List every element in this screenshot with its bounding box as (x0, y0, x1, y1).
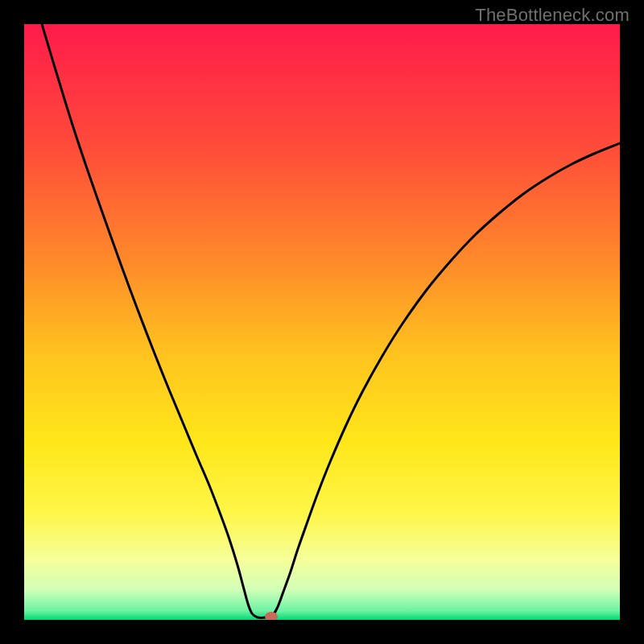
watermark-text: TheBottleneck.com (475, 5, 630, 26)
chart-svg (24, 24, 620, 620)
chart-background (24, 24, 620, 620)
plot-area (24, 24, 620, 620)
chart-frame: TheBottleneck.com (0, 0, 644, 644)
